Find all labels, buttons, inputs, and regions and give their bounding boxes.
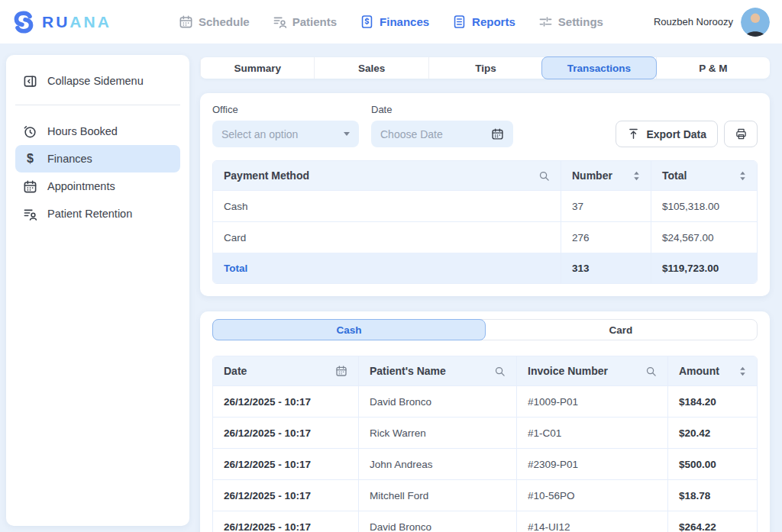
dollar-icon: $ xyxy=(23,152,37,166)
sort-icon[interactable] xyxy=(739,366,746,376)
finance-tab[interactable]: P & M xyxy=(656,57,770,79)
payment-method-table-header: Payment Method Number Total xyxy=(213,161,757,191)
finance-tab[interactable]: Transactions xyxy=(541,56,656,79)
nav-label: Patients xyxy=(292,15,337,28)
payment-method-table: Payment Method Number Total Cash 37 xyxy=(212,160,758,284)
header-amount: Amount xyxy=(667,356,757,385)
sidebar-item-label: Appointments xyxy=(47,180,115,192)
print-button[interactable] xyxy=(724,121,758,147)
nav-label: Reports xyxy=(472,15,515,28)
segment-label: Card xyxy=(609,324,633,336)
ruana-swirl-icon xyxy=(12,11,35,34)
tab-label: Tips xyxy=(475,63,496,74)
table-row[interactable]: 26/12/2025 - 10:17 David Bronco #14-UI12… xyxy=(213,511,757,532)
search-icon[interactable] xyxy=(538,170,550,182)
total-amount: $119,723.00 xyxy=(651,253,757,283)
top-navbar: RUANA Schedule Patients Finances Reports… xyxy=(0,0,782,44)
nav-item-patients[interactable]: Patients xyxy=(273,15,337,29)
invoice-cell: #10-56PO xyxy=(516,480,667,511)
tab-label: Transactions xyxy=(567,63,631,74)
table-row[interactable]: Cash 37 $105,318.00 xyxy=(213,191,757,222)
search-icon[interactable] xyxy=(494,366,506,377)
sidebar-divider xyxy=(15,105,180,105)
date-cell: 26/12/2025 - 10:17 xyxy=(213,418,358,448)
patients-icon xyxy=(23,207,37,221)
finance-tab[interactable]: Sales xyxy=(314,57,428,79)
user-photo xyxy=(741,8,770,37)
header-date: Date xyxy=(213,356,358,385)
number-cell: 276 xyxy=(561,222,651,253)
brand-logo[interactable]: RUANA xyxy=(12,11,179,34)
nav-label: Schedule xyxy=(199,15,250,28)
table-row[interactable]: 26/12/2025 - 10:17 David Bronco #1009-P0… xyxy=(213,386,757,418)
calendar-icon xyxy=(179,15,193,29)
sort-icon[interactable] xyxy=(633,171,640,181)
finance-tabbar: Summary Sales Tips Transactions P & M xyxy=(200,57,770,79)
date-picker-value: Choose Date xyxy=(380,128,443,140)
invoice-cell: #14-UI12 xyxy=(516,511,667,532)
transactions-table-body: 26/12/2025 - 10:17 David Bronco #1009-P0… xyxy=(213,386,757,532)
brand-name: RUANA xyxy=(42,13,111,31)
segment-label: Cash xyxy=(336,324,361,336)
total-row: Total 313 $119,723.00 xyxy=(213,253,757,283)
invoice-cell: #1009-P01 xyxy=(516,386,667,417)
sidebar: Collapse Sidemenu Hours Booked $ Finance… xyxy=(6,55,189,526)
payment-method-segment: Cash Card xyxy=(212,319,758,340)
calendar-icon xyxy=(23,179,37,194)
nav-item-settings[interactable]: Settings xyxy=(538,15,603,29)
patient-cell: Mitchell Ford xyxy=(358,480,516,511)
sidebar-item-appointments[interactable]: Appointments xyxy=(15,172,180,200)
primary-nav: Schedule Patients Finances Reports Setti… xyxy=(179,15,603,29)
table-row[interactable]: 26/12/2025 - 10:17 Rick Warren #1-C01 $2… xyxy=(213,418,757,449)
sidebar-item-patient-retention[interactable]: Patient Retention xyxy=(15,200,180,227)
chevron-down-icon xyxy=(344,132,350,136)
nav-item-reports[interactable]: Reports xyxy=(452,15,515,29)
collapse-sidemenu-button[interactable]: Collapse Sidemenu xyxy=(15,67,180,95)
sidebar-item-label: Finances xyxy=(47,153,92,165)
patient-cell: John Andreas xyxy=(358,449,516,479)
amount-cell: $264.22 xyxy=(667,511,757,532)
printer-icon xyxy=(735,127,748,140)
tab-label: P & M xyxy=(699,63,727,74)
date-cell: 26/12/2025 - 10:17 xyxy=(213,480,358,511)
segment-tab[interactable]: Card xyxy=(485,320,757,340)
table-row[interactable]: 26/12/2025 - 10:17 John Andreas #2309-P0… xyxy=(213,449,757,480)
tab-label: Sales xyxy=(358,63,385,74)
main-content: Summary Sales Tips Transactions P & M Of… xyxy=(200,57,770,532)
nav-item-finances[interactable]: Finances xyxy=(360,15,429,29)
amount-cell: $20.42 xyxy=(667,418,757,448)
calendar-icon xyxy=(491,127,504,140)
search-icon[interactable] xyxy=(645,366,657,377)
office-select[interactable]: Select an option xyxy=(212,121,359,147)
export-data-button[interactable]: Export Data xyxy=(616,121,718,147)
office-filter: Office Select an option xyxy=(212,104,359,147)
office-label: Office xyxy=(212,104,359,115)
total-cell: $24,567.00 xyxy=(651,222,757,253)
user-menu[interactable]: Rouzbeh Noroozy xyxy=(603,8,770,37)
table-row[interactable]: 26/12/2025 - 10:17 Mitchell Ford #10-56P… xyxy=(213,480,757,511)
total-cell: $105,318.00 xyxy=(651,191,757,221)
finance-tab[interactable]: Tips xyxy=(428,57,542,79)
amount-cell: $18.78 xyxy=(667,480,757,511)
transactions-table: Date Patient's Name Invoice Number Amoun… xyxy=(212,356,758,532)
avatar[interactable] xyxy=(741,8,770,37)
header-invoice-number: Invoice Number xyxy=(516,356,667,385)
header-payment-method: Payment Method xyxy=(213,161,561,190)
collapse-label: Collapse Sidemenu xyxy=(47,75,144,87)
finance-tab[interactable]: Summary xyxy=(200,57,314,79)
sidebar-item-hours-booked[interactable]: Hours Booked xyxy=(15,118,180,145)
tab-label: Summary xyxy=(234,63,281,74)
nav-item-schedule[interactable]: Schedule xyxy=(179,15,250,29)
table-row[interactable]: Card 276 $24,567.00 xyxy=(213,222,757,253)
amount-cell: $184.20 xyxy=(667,386,757,417)
finance-document-icon xyxy=(360,15,374,29)
date-cell: 26/12/2025 - 10:17 xyxy=(213,386,358,417)
transactions-table-header: Date Patient's Name Invoice Number Amoun… xyxy=(213,356,757,386)
sidebar-item-finances[interactable]: $ Finances xyxy=(15,145,180,172)
date-cell: 26/12/2025 - 10:17 xyxy=(213,449,358,479)
header-number: Number xyxy=(561,161,651,190)
sort-icon[interactable] xyxy=(739,171,746,181)
segment-tab[interactable]: Cash xyxy=(212,319,486,340)
date-picker-input[interactable]: Choose Date xyxy=(371,121,513,147)
calendar-filter-icon[interactable] xyxy=(335,365,347,377)
